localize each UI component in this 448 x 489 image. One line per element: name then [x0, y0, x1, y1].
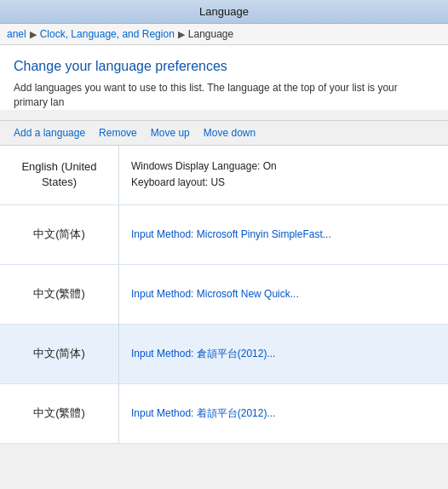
toolbar: Add a language Remove Move up Move down — [0, 120, 448, 146]
language-item[interactable]: 中文(繁體)Input Method: 着頡平台(2012)... — [0, 384, 448, 444]
breadcrumb-current: Language — [188, 28, 233, 40]
language-name: 中文(简体) — [0, 325, 119, 383]
language-details: Input Method: Microsoft New Quick... — [119, 265, 448, 324]
page-title: Change your language preferences — [14, 59, 434, 74]
breadcrumb: anel ▶ Clock, Language, and Region ▶ Lan… — [0, 24, 448, 45]
main-content: Change your language preferences Add lan… — [0, 45, 448, 110]
language-details: Input Method: 倉頡平台(2012)... — [119, 325, 448, 383]
move-down-button[interactable]: Move down — [197, 125, 262, 141]
language-name: 中文(繁體) — [0, 384, 119, 443]
remove-button[interactable]: Remove — [92, 125, 144, 141]
title-bar: Language — [0, 0, 448, 24]
add-language-button[interactable]: Add a language — [7, 125, 92, 141]
language-details: Input Method: 着頡平台(2012)... — [119, 384, 448, 443]
language-item[interactable]: 中文(简体)Input Method: 倉頡平台(2012)... — [0, 325, 448, 384]
detail-line: Input Method: 倉頡平台(2012)... — [131, 346, 436, 362]
language-item[interactable]: English (United States)Windows Display L… — [0, 146, 448, 205]
language-name: English (United States) — [0, 146, 119, 204]
page-description: Add languages you want to use to this li… — [14, 81, 434, 110]
language-item[interactable]: 中文(简体)Input Method: Microsoft Pinyin Sim… — [0, 205, 448, 265]
detail-line: Input Method: Microsoft New Quick... — [131, 286, 436, 302]
language-name: 中文(简体) — [0, 205, 119, 264]
breadcrumb-sep-1: ▶ — [30, 29, 37, 40]
title-bar-text: Language — [199, 5, 249, 18]
detail-line: Keyboard layout: US — [131, 175, 436, 191]
language-details: Windows Display Language: OnKeyboard lay… — [119, 146, 448, 204]
detail-line: Input Method: 着頡平台(2012)... — [131, 406, 436, 422]
language-name: 中文(繁體) — [0, 265, 119, 324]
breadcrumb-sep-2: ▶ — [178, 29, 185, 40]
detail-line: Windows Display Language: On — [131, 158, 436, 175]
breadcrumb-clock-language[interactable]: Clock, Language, and Region — [40, 28, 175, 40]
language-item[interactable]: 中文(繁體)Input Method: Microsoft New Quick.… — [0, 265, 448, 325]
detail-line: Input Method: Microsoft Pinyin SimpleFas… — [131, 227, 436, 243]
move-up-button[interactable]: Move up — [144, 125, 197, 141]
language-details: Input Method: Microsoft Pinyin SimpleFas… — [119, 205, 448, 264]
breadcrumb-panel[interactable]: anel — [7, 28, 26, 40]
language-list: English (United States)Windows Display L… — [0, 146, 448, 444]
